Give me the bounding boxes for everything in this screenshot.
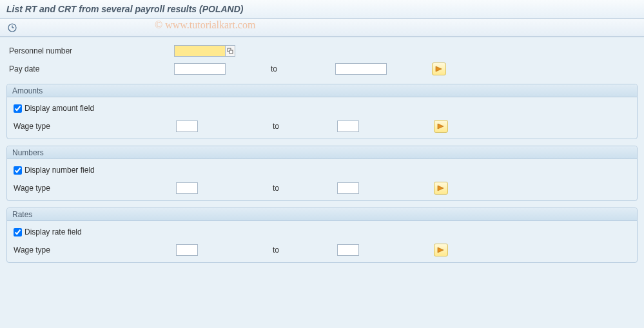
amounts-wagetype-label: Wage type (8, 122, 176, 131)
pay-date-multiselect-button[interactable] (432, 63, 446, 75)
multiple-selection-icon (435, 66, 443, 72)
display-number-row: Display number field (8, 162, 636, 178)
amounts-wagetype-multiselect-button[interactable] (434, 120, 448, 133)
rates-wagetype-label: Wage type (8, 246, 176, 255)
amounts-wagetype-from-input[interactable] (176, 121, 198, 132)
execute-button[interactable] (5, 21, 19, 34)
personnel-number-label: Personnel number (6, 46, 174, 55)
pay-date-row: Pay date to (6, 61, 638, 77)
multiple-selection-icon (437, 247, 445, 253)
multiple-selection-icon (437, 185, 445, 191)
display-number-label: Display number field (24, 166, 95, 175)
numbers-wagetype-multiselect-button[interactable] (434, 182, 448, 195)
amounts-group: Amounts Display amount field Wage type t… (6, 84, 638, 139)
to-label-numbers: to (260, 184, 337, 193)
clock-icon (8, 23, 17, 32)
numbers-wagetype-from-input[interactable] (176, 182, 198, 194)
page-title: List RT and CRT from several payroll res… (6, 4, 638, 14)
amounts-wagetype-to-input[interactable] (337, 121, 359, 132)
pay-date-to-input[interactable] (335, 63, 387, 75)
display-amount-label: Display amount field (24, 104, 94, 113)
rates-header: Rates (7, 208, 637, 221)
display-rate-checkbox[interactable] (14, 228, 22, 236)
to-label-amounts: to (260, 122, 337, 131)
rates-wagetype-to-input[interactable] (337, 244, 359, 256)
toolbar (0, 19, 644, 37)
personnel-number-input[interactable] (174, 45, 226, 57)
numbers-wagetype-label: Wage type (8, 184, 176, 193)
pay-date-label: Pay date (6, 64, 174, 73)
to-label-rates: to (260, 246, 337, 255)
numbers-wagetype-row: Wage type to (8, 180, 636, 197)
display-rate-row: Display rate field (8, 224, 636, 240)
rates-wagetype-row: Wage type to (8, 242, 636, 258)
personnel-number-f4-button[interactable] (225, 45, 235, 57)
amounts-wagetype-row: Wage type to (8, 118, 636, 135)
numbers-header: Numbers (7, 146, 637, 159)
display-number-checkbox[interactable] (14, 166, 22, 175)
rates-group: Rates Display rate field Wage type to (6, 207, 638, 263)
pay-date-from-input[interactable] (174, 63, 226, 75)
svg-rect-4 (229, 50, 233, 53)
numbers-wagetype-to-input[interactable] (337, 182, 359, 194)
personnel-number-row: Personnel number (6, 43, 638, 59)
multiple-selection-icon (437, 123, 445, 130)
to-label: to (258, 64, 335, 73)
display-rate-label: Display rate field (24, 227, 82, 236)
numbers-group: Numbers Display number field Wage type t… (6, 146, 638, 201)
display-amount-checkbox[interactable] (14, 104, 22, 113)
title-bar: List RT and CRT from several payroll res… (0, 0, 644, 19)
amounts-header: Amounts (7, 84, 637, 97)
rates-wagetype-multiselect-button[interactable] (434, 244, 448, 256)
display-amount-row: Display amount field (8, 100, 636, 117)
search-help-icon (227, 48, 233, 54)
rates-wagetype-from-input[interactable] (176, 244, 198, 256)
selection-screen: Personnel number Pay date to (0, 37, 644, 328)
